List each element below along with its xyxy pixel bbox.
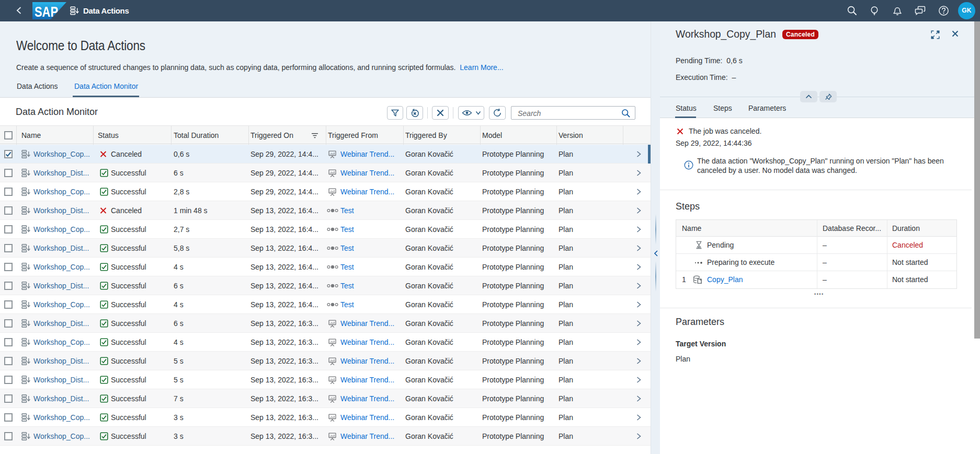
- svg-text:SAP: SAP: [35, 4, 58, 20]
